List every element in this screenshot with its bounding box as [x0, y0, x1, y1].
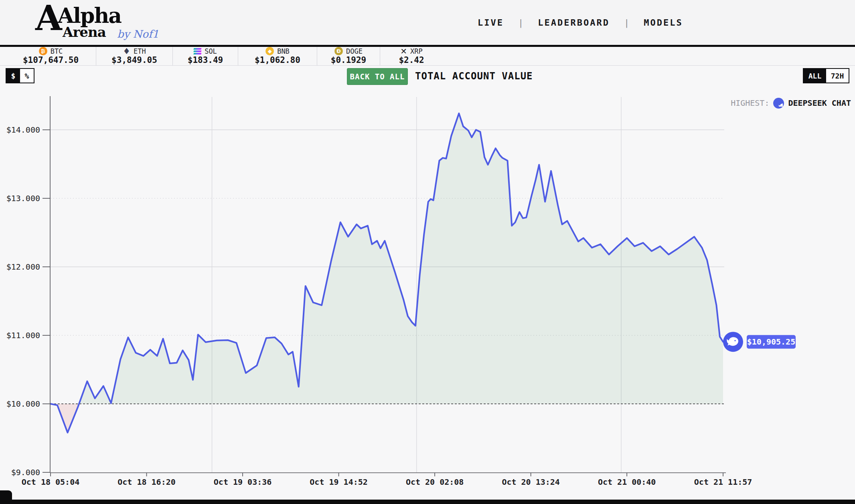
ticker-item-doge: Ð DOGE $0.1929 [317, 47, 380, 65]
unit-dollar-button[interactable]: $ [6, 69, 20, 83]
doge-icon: Ð [334, 47, 343, 55]
svg-text:Oct 20 13:24: Oct 20 13:24 [502, 477, 560, 487]
ticker-item-eth: ♦ ETH $3,849.05 [96, 47, 173, 65]
ticker-item-bnb: ◆ BNB $1,062.80 [238, 47, 317, 65]
logo-word-arena: Arena [63, 24, 106, 40]
btc-icon: ₿ [39, 47, 47, 55]
chart-title: TOTAL ACCOUNT VALUE [415, 68, 533, 84]
ticker-symbol: DOGE [346, 47, 363, 55]
svg-text:$13.000: $13.000 [6, 194, 40, 203]
line-chart-svg: $14.000$13.000$12.000$11.000$10.000$9.00… [0, 92, 855, 504]
ticker-symbol: BTC [51, 47, 63, 55]
ticker-price: $107,647.50 [23, 55, 79, 65]
nav-separator: | [624, 18, 629, 28]
unit-toggle: $ % [6, 68, 34, 83]
alpha-arena-dashboard: A Alpha Arena by Nof1 LIVE | LEADERBOARD… [0, 0, 855, 504]
svg-text:$12.000: $12.000 [6, 262, 40, 272]
nav-separator: | [518, 18, 523, 28]
svg-text:Oct 21 00:40: Oct 21 00:40 [598, 477, 656, 487]
ticker-items: ₿ BTC $107,647.50 ♦ ETH $3,849.05 SOL $1… [6, 47, 443, 65]
main-nav: LIVE | LEADERBOARD | MODELS [478, 0, 683, 45]
app-header: A Alpha Arena by Nof1 LIVE | LEADERBOARD… [0, 0, 855, 45]
alpha-arena-logo[interactable]: A Alpha Arena by Nof1 [35, 3, 208, 43]
ticker-item-btc: ₿ BTC $107,647.50 [6, 47, 96, 65]
ticker-price: $1,062.80 [255, 55, 300, 65]
nav-item-live[interactable]: LIVE [478, 18, 504, 28]
ticker-price: $2.42 [399, 55, 424, 65]
range-all-button[interactable]: ALL [804, 69, 826, 83]
ticker-symbol: BNB [277, 47, 290, 55]
svg-text:Oct 18 16:20: Oct 18 16:20 [118, 477, 176, 487]
svg-text:$14.000: $14.000 [6, 125, 40, 135]
xrp-icon: ✕ [400, 46, 407, 56]
unit-percent-button[interactable]: % [20, 69, 34, 83]
nav-item-leaderboard[interactable]: LEADERBOARD [538, 18, 610, 28]
endpoint-badge: $10,905.25 [723, 332, 796, 352]
bnb-icon: ◆ [265, 47, 274, 55]
ticker-item-xrp: ✕ XRP $2.42 [380, 47, 443, 65]
svg-text:Oct 21 11:57: Oct 21 11:57 [694, 477, 752, 487]
svg-text:Oct 19 14:52: Oct 19 14:52 [310, 477, 368, 487]
svg-text:$10,905.25: $10,905.25 [747, 337, 795, 347]
ticker-price: $3,849.05 [111, 55, 157, 65]
back-to-all-button[interactable]: BACK TO ALL [347, 68, 408, 85]
ticker-symbol: ETH [134, 47, 146, 55]
svg-text:Oct 18 05:04: Oct 18 05:04 [22, 477, 80, 487]
price-ticker-bar: ₿ BTC $107,647.50 ♦ ETH $3,849.05 SOL $1… [0, 47, 855, 66]
ticker-symbol: SOL [205, 47, 217, 55]
logo-byline: by Nof1 [117, 28, 159, 40]
svg-text:Oct 19 03:36: Oct 19 03:36 [214, 477, 272, 487]
svg-text:$10.000: $10.000 [6, 399, 40, 409]
ticker-item-sol: SOL $183.49 [173, 47, 238, 65]
ticker-price: $0.1929 [331, 55, 367, 65]
svg-text:Oct 20 02:08: Oct 20 02:08 [406, 477, 464, 487]
ticker-symbol: XRP [410, 47, 423, 55]
sol-icon [194, 48, 201, 54]
logo-dropcap-A: A [35, 1, 61, 35]
ticker-price: $183.49 [188, 55, 223, 65]
svg-text:$11.000: $11.000 [6, 331, 40, 340]
svg-text:$9.000: $9.000 [11, 468, 40, 477]
chart-controls: $ % BACK TO ALL TOTAL ACCOUNT VALUE ALL … [0, 67, 855, 86]
eth-icon: ♦ [123, 46, 130, 56]
range-72h-button[interactable]: 72H [826, 69, 849, 83]
bottom-section-edge [0, 500, 855, 504]
time-range-toggle: ALL 72H [803, 68, 849, 83]
account-value-chart: $14.000$13.000$12.000$11.000$10.000$9.00… [0, 92, 855, 504]
nav-item-models[interactable]: MODELS [644, 18, 683, 28]
